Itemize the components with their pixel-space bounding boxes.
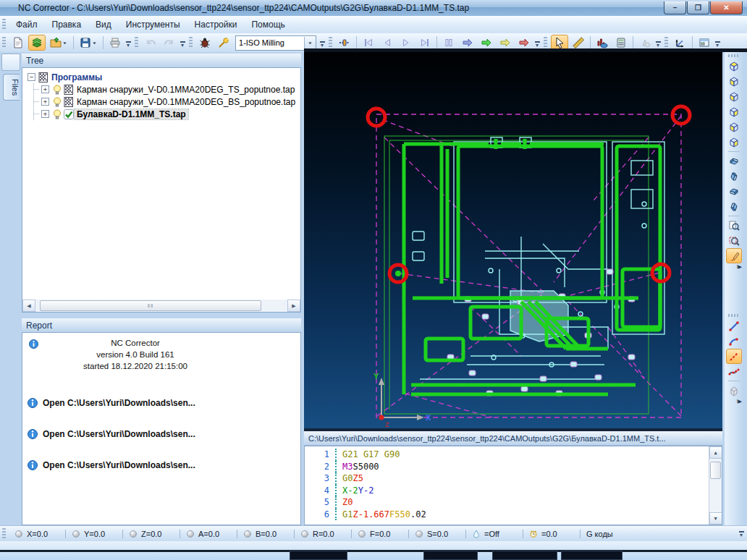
files-tab[interactable]: Files xyxy=(3,74,20,101)
toolbar-grip[interactable] xyxy=(728,314,740,317)
close-icon[interactable] xyxy=(711,433,720,443)
save-button[interactable] xyxy=(77,35,100,51)
tree-panel-titlebar[interactable]: Tree xyxy=(22,54,301,68)
scroll-left-button[interactable]: ◀ xyxy=(22,300,35,312)
iso-view-1-button[interactable] xyxy=(726,153,742,169)
gcode-viewport[interactable]: Y X Z xyxy=(304,52,722,428)
taskbar-button[interactable] xyxy=(561,551,622,560)
tree-item-3[interactable]: +БулавкаD-D1.1MM_TS.tap xyxy=(34,108,300,120)
iso-view-4-button[interactable] xyxy=(726,199,742,214)
title-bar[interactable]: NC Corrector - C:\Users\Yuri\Downloads\s… xyxy=(0,0,747,17)
toolbar-grip[interactable] xyxy=(135,37,138,48)
status-item-2[interactable]: Y=0.0 xyxy=(65,530,122,538)
vscroll-thumb[interactable] xyxy=(710,462,721,479)
iso-view-2-button[interactable] xyxy=(726,169,742,184)
print-button[interactable] xyxy=(106,35,124,51)
toolbar-grip[interactable] xyxy=(544,37,547,48)
code-vscrollbar[interactable]: ▲ ▼ xyxy=(709,446,722,525)
status-item-5[interactable]: B=0.0 xyxy=(237,530,294,538)
tree-item-2[interactable]: +Карман снаружи_V-D0.1MMA20DEG_BS_poputn… xyxy=(34,96,300,108)
menu-item-6[interactable]: Помощь xyxy=(244,17,292,32)
zoom-fit-button[interactable] xyxy=(726,218,742,233)
status-item-7[interactable]: F=0.0 xyxy=(351,530,408,538)
files-dock-button[interactable] xyxy=(1,54,20,71)
report-panel-titlebar[interactable]: Report xyxy=(22,318,301,333)
gcode-line[interactable]: 4X-2Y-2 xyxy=(305,485,709,497)
tree-item-1[interactable]: +Карман снаружи_V-D0.1MMA20DEG_TS_poputn… xyxy=(34,83,300,96)
close-icon[interactable] xyxy=(290,56,299,65)
toolbar-overflow[interactable]: ▾ xyxy=(126,41,131,50)
new-file-button[interactable] xyxy=(9,35,27,51)
tree-view[interactable]: −Программы+Карман снаружи_V-D0.1MMA20DEG… xyxy=(22,67,301,300)
dashed-line-button[interactable] xyxy=(726,349,742,364)
tree-hscrollbar[interactable]: ◀ ‖‖ ▶ xyxy=(22,300,301,313)
scroll-down-button[interactable]: ▼ xyxy=(709,512,722,525)
combo-caret[interactable] xyxy=(304,37,316,49)
undo-button[interactable] xyxy=(142,35,159,51)
gcode-line[interactable]: 3G0Z5 xyxy=(305,472,709,485)
status-item-4[interactable]: A=0.0 xyxy=(180,530,237,538)
gcode-editor[interactable]: 1G21 G17 G902M3 S50003G0Z54X-2Y-25Z06G1Z… xyxy=(305,446,709,525)
wizard-button[interactable] xyxy=(215,35,232,51)
view-front-button[interactable] xyxy=(726,89,742,104)
toolbar-grip[interactable] xyxy=(664,37,668,48)
view-right-button[interactable] xyxy=(726,135,742,150)
collapse-expander[interactable]: − xyxy=(28,73,35,81)
minimize-button[interactable]: – xyxy=(664,1,686,14)
toolbar-grip[interactable] xyxy=(728,54,740,57)
restore-button[interactable]: ❐ xyxy=(687,1,709,14)
view-top-button[interactable] xyxy=(726,59,742,74)
status-item-6[interactable]: R=0.0 xyxy=(294,530,351,538)
gcode-line[interactable]: 1G21 G17 G90 xyxy=(305,449,709,461)
solid-view-button[interactable] xyxy=(726,383,742,398)
status-item-1[interactable]: X=0.0 xyxy=(9,530,65,538)
expand-expander[interactable]: + xyxy=(41,110,49,118)
view-bottom-button[interactable] xyxy=(726,74,742,89)
status-item-10[interactable]: =0.0 xyxy=(523,530,580,538)
scroll-up-button[interactable]: ▲ xyxy=(709,446,722,459)
repaint-button[interactable] xyxy=(726,248,742,263)
status-overflow[interactable]: ▾ xyxy=(739,531,744,540)
close-button[interactable]: ✕ xyxy=(710,1,743,14)
expand-expander[interactable]: + xyxy=(41,98,49,106)
menu-item-1[interactable]: Файл xyxy=(9,17,45,32)
pin-icon[interactable] xyxy=(701,433,711,443)
status-item-8[interactable]: S=0.0 xyxy=(408,530,465,538)
iso-view-3-button[interactable] xyxy=(726,184,742,199)
gcode-line[interactable]: 2M3 S5000 xyxy=(305,461,709,473)
gcode-line[interactable]: 6G1Z-1.667F550.02 xyxy=(305,509,709,521)
toolbar-overflow[interactable]: ▾ xyxy=(180,41,185,50)
status-grip[interactable] xyxy=(2,528,6,540)
redo-button[interactable] xyxy=(161,35,178,51)
zoom-window-button[interactable] xyxy=(726,233,742,248)
pin-icon[interactable] xyxy=(280,56,290,65)
menu-item-4[interactable]: Инструменты xyxy=(119,17,187,32)
hscroll-thumb[interactable]: ‖‖ xyxy=(40,300,261,311)
bug-button[interactable] xyxy=(196,35,214,51)
view-left-button[interactable] xyxy=(726,119,742,135)
toolbar-grip[interactable] xyxy=(189,37,193,48)
layers-button[interactable] xyxy=(28,35,46,51)
view-back-button[interactable] xyxy=(726,104,742,119)
code-panel-titlebar[interactable]: C:\Users\Yuri\Downloads\sensor_ttp224\se… xyxy=(304,431,722,446)
menu-item-3[interactable]: Вид xyxy=(88,17,119,32)
close-icon[interactable] xyxy=(290,321,299,330)
arc-segment-button[interactable] xyxy=(726,334,742,349)
toolbar-grip[interactable] xyxy=(2,37,6,48)
status-item-11[interactable]: G коды xyxy=(580,530,637,538)
line-segment-button[interactable] xyxy=(726,318,742,334)
taskbar-button[interactable] xyxy=(492,551,557,560)
polyline-button[interactable] xyxy=(726,364,742,379)
toolbar-expand[interactable]: I▶ xyxy=(737,264,743,270)
expand-expander[interactable]: + xyxy=(41,85,49,93)
gcode-line[interactable]: 5Z0 xyxy=(305,496,709,509)
status-item-9[interactable]: =Off xyxy=(465,530,523,538)
toolbar-expand[interactable]: I▶ xyxy=(737,399,743,404)
tree-root-row[interactable]: −Программы xyxy=(25,71,300,83)
open-folder-button[interactable] xyxy=(47,35,70,51)
menu-grip[interactable] xyxy=(2,19,6,30)
pin-icon[interactable] xyxy=(280,321,290,330)
menu-item-2[interactable]: Правка xyxy=(45,17,89,32)
status-item-3[interactable]: Z=0.0 xyxy=(122,530,180,538)
toolbar-grip[interactable] xyxy=(329,37,332,48)
